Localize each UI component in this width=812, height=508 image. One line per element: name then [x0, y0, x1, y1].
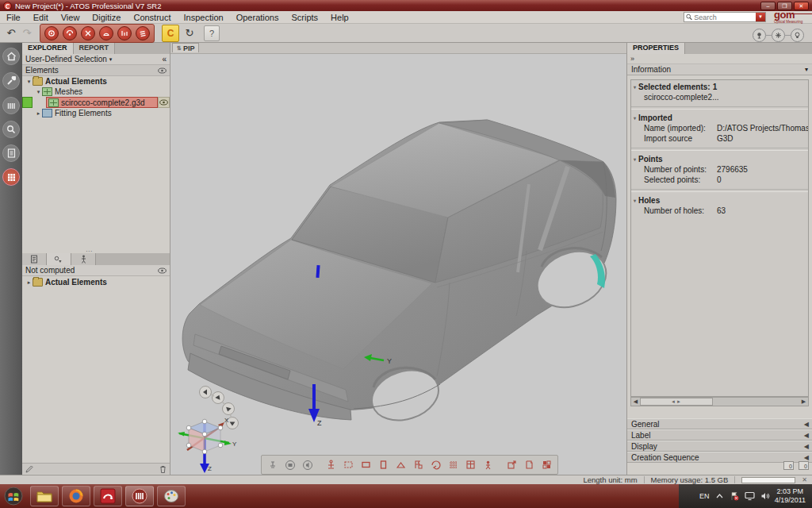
- taskbar-paint-button[interactable]: [157, 486, 186, 506]
- menu-help[interactable]: Help: [324, 13, 355, 22]
- deselect-button[interactable]: [428, 457, 443, 472]
- taskbar-gom-atos-button[interactable]: [125, 486, 154, 506]
- select-through-button[interactable]: [376, 457, 391, 472]
- tree-item-actual-elements[interactable]: ▾ Actual Elements: [22, 76, 170, 87]
- tree-item-mesh-selected[interactable]: scirocco-complete2.g3d: [22, 97, 170, 108]
- tray-time: 2:03 PM: [777, 487, 804, 495]
- network-display-icon[interactable]: [745, 491, 755, 501]
- length-unit-status: Length unit: mm: [583, 475, 637, 484]
- folder-icon: [33, 278, 43, 287]
- computed-header: Not computed: [22, 265, 170, 276]
- measuring-volume-button[interactable]: [99, 26, 113, 40]
- sensor-button[interactable]: [44, 26, 59, 40]
- lock-view-button[interactable]: [265, 457, 280, 472]
- search-dropdown-icon[interactable]: ▾: [756, 13, 765, 21]
- section-display[interactable]: Display ◀: [627, 441, 812, 452]
- scroll-left-icon[interactable]: ◀: [631, 398, 640, 406]
- taskbar-explorer-button[interactable]: [30, 486, 59, 506]
- menu-view[interactable]: View: [55, 13, 86, 22]
- report-workspace-button[interactable]: [2, 144, 20, 162]
- scrollbar-thumb[interactable]: ◄►: [640, 398, 713, 406]
- setup-workspace-button[interactable]: [2, 72, 20, 90]
- projector-button[interactable]: [63, 26, 77, 40]
- tab-report[interactable]: REPORT: [74, 43, 116, 54]
- tab-element-checks[interactable]: [47, 253, 71, 265]
- recalculate-button[interactable]: C: [162, 25, 179, 42]
- collapse-panel-icon[interactable]: «: [162, 55, 167, 64]
- select-tent-button[interactable]: [393, 457, 408, 472]
- export-view-button[interactable]: [504, 457, 519, 472]
- search-input[interactable]: [692, 13, 756, 22]
- home-workspace-button[interactable]: [2, 48, 20, 65]
- taskbar-clock[interactable]: 2:03 PM 4/19/2011: [775, 487, 812, 505]
- tab-properties[interactable]: PROPERTIES: [627, 43, 685, 54]
- cancel-progress-icon[interactable]: ✕: [802, 476, 807, 483]
- properties-collapse-handle[interactable]: »: [627, 54, 812, 64]
- pip-tab[interactable]: ⇅ PIP: [172, 43, 199, 52]
- tree-item-actual-elements-2[interactable]: ▸ Actual Elements: [22, 277, 173, 287]
- tree-item-fitting-elements[interactable]: ▸ Fitting Elements: [22, 108, 170, 118]
- menu-file[interactable]: File: [0, 13, 27, 22]
- select-figure-button[interactable]: [481, 457, 496, 472]
- select-grid-button[interactable]: [446, 457, 461, 472]
- scroll-right-icon[interactable]: ▶: [799, 398, 808, 406]
- menu-construct[interactable]: Construct: [127, 13, 177, 22]
- flag-counter-icon[interactable]: 0: [799, 461, 809, 470]
- properties-horizontal-scrollbar[interactable]: ◀ ◄► ▶: [630, 397, 809, 406]
- tab-explorer[interactable]: EXPLORER: [22, 43, 74, 54]
- sensor-view-icon[interactable]: [753, 29, 766, 42]
- action-center-flag-icon[interactable]: [730, 491, 739, 501]
- mesh-visibility-eye-icon[interactable]: [158, 97, 170, 108]
- digitize-workspace-button[interactable]: [2, 97, 20, 114]
- tab-element-stages[interactable]: [71, 253, 96, 265]
- information-dropdown[interactable]: Information ▾: [627, 64, 812, 75]
- selection-dropdown[interactable]: User-Defined Selection ▾ «: [22, 54, 170, 65]
- hidden-icons-chevron[interactable]: [716, 494, 723, 498]
- navigation-gizmo[interactable]: X Y Z: [177, 383, 272, 475]
- taskbar-firefox-button[interactable]: [62, 486, 90, 506]
- 3d-viewport[interactable]: ⇅ PIP: [170, 43, 626, 475]
- select-flag-button[interactable]: [411, 457, 426, 472]
- edit-pencil-icon[interactable]: [25, 465, 33, 473]
- speaker-icon[interactable]: [760, 491, 770, 501]
- taskbar-atos-button[interactable]: [94, 486, 122, 506]
- help-button[interactable]: ?: [204, 25, 220, 41]
- select-area-button[interactable]: [358, 457, 373, 472]
- display-modes-button[interactable]: [539, 457, 554, 472]
- select-point-button[interactable]: [324, 457, 339, 472]
- scan-layers-button[interactable]: [136, 26, 150, 40]
- snapshot-button[interactable]: [282, 457, 297, 472]
- sound-button[interactable]: [300, 457, 315, 472]
- copy-view-button[interactable]: [522, 457, 537, 472]
- label-counter-icon[interactable]: 0: [783, 461, 794, 470]
- menu-edit[interactable]: Edit: [27, 13, 55, 22]
- refresh-button[interactable]: ↻: [182, 25, 197, 41]
- section-general[interactable]: General ◀: [627, 418, 812, 429]
- visibility-eye-icon[interactable]: [158, 67, 167, 74]
- calibration-button[interactable]: [81, 26, 95, 40]
- light-bulb-icon[interactable]: [791, 29, 804, 42]
- select-table-button[interactable]: [463, 457, 478, 472]
- language-indicator[interactable]: EN: [699, 492, 710, 500]
- menu-scripts[interactable]: Scripts: [285, 13, 324, 22]
- tree-item-meshes[interactable]: ▾ Meshes: [22, 87, 170, 97]
- inspection-workspace-button[interactable]: [2, 121, 20, 138]
- menu-digitize[interactable]: Digitize: [86, 13, 127, 22]
- hole-count-value: 63: [717, 206, 726, 215]
- laser-pointer-icon[interactable]: [772, 29, 785, 42]
- applications-workspace-button[interactable]: [2, 168, 20, 186]
- computed-eye-icon[interactable]: [158, 267, 167, 274]
- menu-inspection[interactable]: Inspection: [178, 13, 230, 22]
- explorer-mini-tabs: [22, 253, 170, 265]
- section-label[interactable]: Label ◀: [627, 429, 812, 441]
- menu-operations[interactable]: Operations: [230, 13, 285, 22]
- close-button[interactable]: ✕: [794, 2, 809, 10]
- measurement-series-button[interactable]: [117, 26, 132, 40]
- select-rectangle-button[interactable]: [341, 457, 356, 472]
- undo-button[interactable]: ↶: [3, 25, 19, 41]
- start-button[interactable]: [4, 487, 23, 506]
- tab-element-details[interactable]: [22, 253, 47, 265]
- redo-button[interactable]: ↷: [19, 25, 35, 41]
- delete-trash-icon[interactable]: [159, 465, 167, 473]
- search-box[interactable]: ▾: [684, 12, 766, 22]
